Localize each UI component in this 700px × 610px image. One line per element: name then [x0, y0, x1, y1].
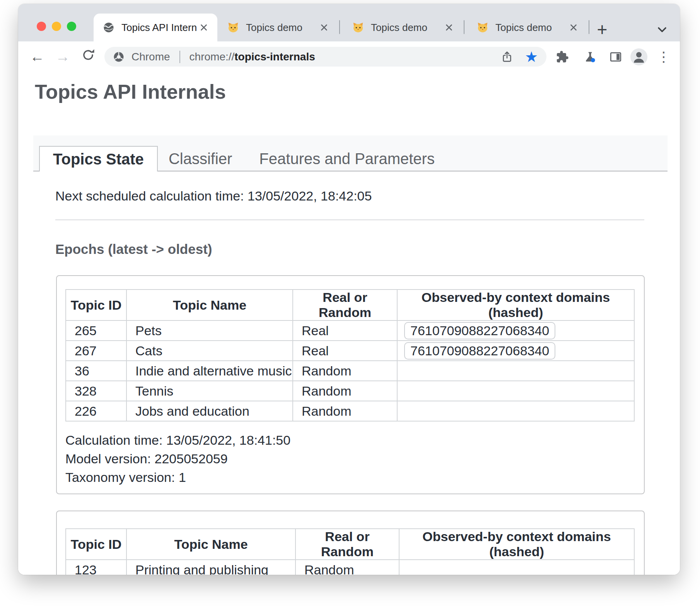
hashed-domain-chip: 7610709088227068340	[404, 322, 555, 339]
real-or-random-cell: Random	[293, 361, 397, 381]
window-controls	[37, 22, 76, 31]
tab-features-and-parameters[interactable]: Features and Parameters	[248, 146, 446, 171]
chrome-origin-label: Chrome	[131, 51, 170, 63]
close-tab-icon[interactable]	[443, 22, 455, 33]
epoch-table-row: 36Indie and alternative musicRandom	[66, 361, 634, 381]
topic-name-cell: Indie and alternative music	[126, 361, 293, 381]
browser-tab-topics-demo-1[interactable]: Topics demo	[217, 14, 339, 41]
epoch-table-row: 123Printing and publishingRandom	[66, 560, 634, 575]
bookmark-star-icon[interactable]: ★	[525, 50, 538, 64]
epoch-meta-line: Model version: 2205052059	[65, 449, 635, 468]
url-scheme: chrome://	[190, 51, 235, 63]
column-header: Topic ID	[66, 529, 126, 560]
topic-name-cell: Pets	[126, 320, 293, 341]
cat-icon	[477, 22, 488, 33]
epochs-heading: Epochs (latest -> oldest)	[55, 240, 644, 258]
epoch-table: Topic IDTopic NameReal or RandomObserved…	[65, 528, 635, 575]
side-panel-icon[interactable]	[608, 49, 624, 65]
chromium-globe-icon	[103, 22, 114, 33]
topic-name-cell: Jobs and education	[126, 401, 293, 421]
page-title: Topics API Internals	[35, 81, 680, 103]
real-or-random-cell: Real	[293, 341, 397, 361]
tab-title: Topics API Intern	[121, 22, 198, 34]
topic-id-cell: 328	[66, 381, 126, 401]
observed-by-cell	[399, 560, 634, 575]
epoch-table-row: 226Jobs and educationRandom	[66, 401, 634, 421]
browser-tab-topics-demo-3[interactable]: Topics demo	[467, 14, 589, 41]
reload-button[interactable]	[80, 48, 97, 65]
epoch-meta-line: Taxonomy version: 1	[65, 468, 635, 487]
forward-button[interactable]: →	[54, 48, 71, 65]
epoch-table-header-row: Topic IDTopic NameReal or RandomObserved…	[66, 290, 634, 320]
column-header: Topic ID	[66, 290, 126, 320]
epoch-table-header-row: Topic IDTopic NameReal or RandomObserved…	[66, 529, 634, 560]
observed-by-cell: 7610709088227068340	[397, 320, 634, 341]
next-calculation-time: Next scheduled calculation time: 13/05/2…	[55, 187, 644, 205]
browser-tab-strip: Topics API Intern Topics demo	[18, 4, 680, 41]
page-content: Topics API Internals Topics State Classi…	[18, 72, 680, 575]
browser-menu-dots-icon[interactable]: ⋮	[656, 49, 672, 65]
column-header: Real or Random	[295, 529, 399, 560]
browser-tab-topics-demo-2[interactable]: Topics demo	[342, 14, 464, 41]
topic-id-cell: 123	[66, 560, 126, 575]
divider	[55, 219, 644, 220]
epoch-meta: Calculation time: 13/05/2022, 18:41:50Mo…	[65, 431, 635, 487]
epoch-meta-line: Calculation time: 13/05/2022, 18:41:50	[65, 431, 635, 449]
epoch-table-row: 267CatsReal7610709088227068340	[66, 341, 634, 361]
cat-icon	[227, 22, 239, 33]
browser-toolbar: ← → Chrome chr	[18, 41, 680, 72]
close-window-button[interactable]	[37, 22, 46, 31]
page-tabbox: Topics State Classifier Features and Par…	[33, 135, 668, 171]
topics-state-panel: Next scheduled calculation time: 13/05/2…	[55, 187, 644, 575]
column-header: Observed-by context domains (hashed)	[397, 290, 634, 320]
epoch-box-older: Topic IDTopic NameReal or RandomObserved…	[56, 511, 645, 575]
new-tab-button[interactable]: +	[593, 20, 611, 39]
epoch-table-row: 265PetsReal7610709088227068340	[66, 320, 634, 341]
real-or-random-cell: Random	[295, 560, 399, 575]
tab-classifier[interactable]: Classifier	[158, 146, 243, 171]
profile-avatar[interactable]	[630, 48, 648, 66]
address-bar[interactable]: Chrome chrome://topics-internals ★	[104, 47, 546, 67]
observed-by-cell	[397, 401, 634, 421]
observed-by-cell	[397, 381, 634, 401]
zoom-window-button[interactable]	[67, 22, 76, 31]
browser-window: Topics API Intern Topics demo	[18, 4, 680, 575]
tab-search-chevron-icon[interactable]	[654, 22, 670, 37]
topic-name-cell: Printing and publishing	[126, 560, 295, 575]
url-host: topics-internals	[234, 51, 315, 63]
share-icon[interactable]	[501, 51, 513, 63]
cat-icon	[352, 22, 364, 33]
tab-title: Topics demo	[371, 22, 443, 34]
extensions-puzzle-icon[interactable]	[554, 49, 570, 65]
observed-by-cell: 7610709088227068340	[397, 341, 634, 361]
tab-separator	[339, 20, 340, 34]
epoch-box-latest: Topic IDTopic NameReal or RandomObserved…	[56, 275, 645, 494]
column-header: Observed-by context domains (hashed)	[399, 529, 634, 560]
column-header: Real or Random	[293, 290, 397, 320]
epoch-table-row: 328TennisRandom	[66, 381, 634, 401]
column-header: Topic Name	[126, 529, 295, 560]
topic-name-cell: Cats	[126, 341, 293, 361]
real-or-random-cell: Real	[293, 320, 397, 341]
chrome-logo-icon	[113, 51, 125, 63]
hashed-domain-chip: 7610709088227068340	[404, 342, 555, 360]
topic-name-cell: Tennis	[126, 381, 293, 401]
column-header: Topic Name	[126, 290, 293, 320]
minimize-window-button[interactable]	[52, 22, 61, 31]
close-tab-icon[interactable]	[568, 22, 579, 33]
tab-separator	[589, 20, 589, 34]
close-tab-icon[interactable]	[198, 22, 210, 33]
tab-title: Topics demo	[246, 22, 318, 34]
labs-flask-icon[interactable]	[582, 49, 598, 65]
topic-id-cell: 36	[66, 361, 126, 381]
tab-separator	[464, 20, 464, 34]
real-or-random-cell: Random	[293, 401, 397, 421]
browser-tab-topics-internals[interactable]: Topics API Intern	[94, 14, 217, 41]
tab-topics-state[interactable]: Topics State	[39, 146, 158, 171]
back-button[interactable]: ←	[29, 48, 46, 65]
topic-id-cell: 265	[66, 320, 126, 341]
url-text: chrome://topics-internals	[190, 51, 315, 63]
origin-separator	[179, 51, 180, 63]
page-tabs: Topics State Classifier Features and Par…	[39, 146, 446, 171]
close-tab-icon[interactable]	[318, 22, 330, 33]
